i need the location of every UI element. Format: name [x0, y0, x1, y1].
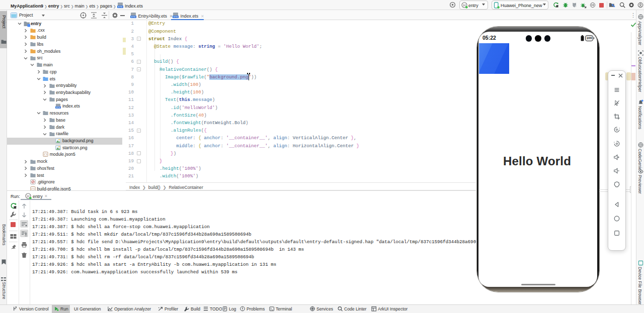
- svg-text:ETS: ETS: [56, 107, 60, 109]
- svg-text:ETS: ETS: [118, 6, 122, 8]
- svg-text:ETS: ETS: [174, 16, 178, 18]
- svg-text:{}: {}: [44, 153, 47, 156]
- svg-text:H: H: [463, 4, 465, 7]
- svg-text:H: H: [27, 194, 29, 198]
- svg-text:ETS: ETS: [131, 16, 136, 18]
